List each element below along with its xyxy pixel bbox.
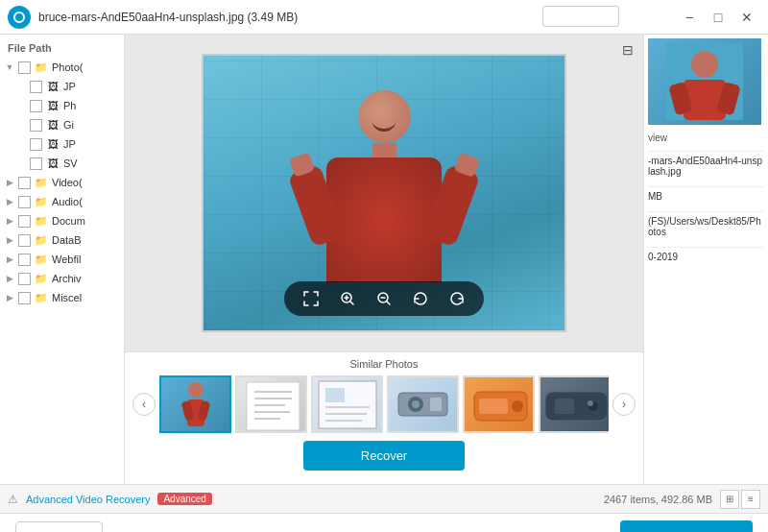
audio-checkbox[interactable]	[18, 196, 31, 208]
thumb-drive	[396, 385, 449, 423]
web-checkbox[interactable]	[18, 254, 31, 266]
sidebar-item-data[interactable]: ▶ 📁 DataB	[0, 230, 124, 250]
divider-2	[648, 186, 764, 187]
misc-folder-icon: 📁	[34, 290, 49, 305]
archive-label: Archiv	[52, 273, 82, 284]
data-label: DataB	[52, 234, 82, 246]
chevron-right-icon-2: ▶	[4, 196, 15, 207]
advanced-video-recovery-link[interactable]: Advanced Video Recovery	[26, 494, 150, 505]
right-date-value: 0-2019	[648, 252, 764, 262]
zoom-in-button[interactable]	[336, 287, 359, 310]
grid-view-button[interactable]: ⊞	[720, 490, 739, 509]
chevron-right-icon-4: ▶	[4, 234, 15, 246]
jp2-checkbox[interactable]	[30, 138, 42, 151]
thumb-bg-1	[161, 377, 229, 431]
similar-photos-row: ‹	[132, 375, 636, 433]
sidebar-item-jp1[interactable]: 🖼 JP	[12, 77, 124, 96]
spacer	[15, 138, 27, 150]
right-size-section: MB	[648, 191, 764, 202]
svg-rect-6	[247, 382, 300, 430]
maximize-button[interactable]: □	[705, 4, 732, 31]
ph-checkbox[interactable]	[30, 100, 42, 112]
app-logo	[8, 6, 31, 29]
status-icon: ⚠	[8, 493, 18, 506]
person-smile	[372, 120, 396, 132]
spacer	[15, 119, 27, 131]
data-checkbox[interactable]	[18, 234, 31, 247]
zoom-out-button[interactable]	[372, 287, 396, 310]
docs-folder-icon: 📁	[34, 213, 49, 229]
misc-label: Miscel	[52, 292, 82, 303]
divider-4	[648, 247, 764, 248]
sidebar-item-photos[interactable]: ▼ 📁 Photo(	[0, 58, 124, 77]
person-head	[358, 90, 411, 143]
recover-center-button[interactable]: Recover	[303, 441, 465, 471]
thumb-bg-4	[389, 377, 457, 431]
sidebar-item-docs[interactable]: ▶ 📁 Docum	[0, 211, 124, 230]
right-main-thumbnail	[648, 38, 761, 125]
spacer	[15, 100, 27, 111]
sidebar-item-ph[interactable]: 🖼 Ph	[12, 96, 124, 115]
similar-photos-title: Similar Photos	[132, 358, 636, 370]
similar-thumb-3[interactable]	[311, 375, 383, 433]
video-folder-icon: 📁	[34, 175, 49, 190]
search-input[interactable]	[542, 6, 619, 27]
image-icon-4: 🖼	[45, 136, 60, 152]
svg-rect-22	[479, 399, 508, 414]
docs-label: Docum	[52, 215, 85, 227]
audio-folder-icon: 📁	[34, 194, 49, 209]
list-view-button[interactable]: ≡	[741, 490, 760, 509]
thumb-bg-3	[313, 377, 381, 431]
rotate-left-button[interactable]	[409, 287, 432, 310]
recover-button[interactable]: Recover	[620, 520, 753, 532]
thumb-doc2	[314, 378, 381, 431]
docs-checkbox[interactable]	[18, 215, 31, 228]
sidebar-item-archive[interactable]: ▶ 📁 Archiv	[0, 269, 124, 288]
similar-photos-section: Similar Photos ‹	[125, 351, 643, 484]
fit-button[interactable]	[300, 287, 323, 310]
ph-label: Ph	[63, 100, 76, 111]
gi-checkbox[interactable]	[30, 119, 42, 132]
sidebar-item-audio[interactable]: ▶ 📁 Audio(	[0, 192, 124, 211]
sv-label: SV	[63, 157, 78, 169]
sidebar-item-gi[interactable]: 🖼 Gi	[12, 115, 124, 134]
sidebar-item-jp2[interactable]: 🖼 JP	[12, 134, 124, 154]
spacer	[15, 157, 27, 169]
rotate-right-button[interactable]	[445, 287, 468, 310]
archive-checkbox[interactable]	[18, 273, 31, 285]
window-controls: − □ ✕	[676, 4, 760, 31]
gi-label: Gi	[63, 119, 74, 131]
minimize-button[interactable]: −	[676, 4, 703, 31]
svg-point-29	[691, 51, 718, 78]
jp2-label: JP	[63, 138, 76, 150]
svg-rect-13	[325, 388, 345, 402]
similar-prev-button[interactable]: ‹	[132, 393, 156, 416]
photos-checkbox[interactable]	[18, 61, 31, 74]
misc-checkbox[interactable]	[18, 292, 31, 304]
photos-label: Photo(	[52, 61, 83, 73]
sidebar-item-sv[interactable]: 🖼 SV	[12, 154, 124, 173]
filter-icon[interactable]: ⊟	[622, 42, 634, 58]
data-folder-icon: 📁	[34, 232, 49, 248]
jp1-checkbox[interactable]	[30, 81, 42, 93]
right-panel: ⊟ view -mars-AndE50aaHn4-unsplash.jpg MB…	[643, 35, 768, 484]
close-button[interactable]: ✕	[733, 4, 760, 31]
similar-thumb-2[interactable]	[235, 375, 307, 433]
sv-checkbox[interactable]	[30, 157, 42, 170]
similar-thumb-5[interactable]	[463, 375, 535, 433]
similar-thumb-1[interactable]	[159, 375, 231, 433]
web-folder-icon: 📁	[34, 252, 49, 267]
audio-label: Audio(	[52, 196, 83, 207]
preview-area	[125, 35, 643, 351]
sidebar-item-misc[interactable]: ▶ 📁 Miscel	[0, 288, 124, 307]
sidebar-item-web[interactable]: ▶ 📁 Webfil	[0, 250, 124, 269]
chevron-right-icon-3: ▶	[4, 215, 15, 227]
sidebar-item-videos[interactable]: ▶ 📁 Video(	[0, 173, 124, 192]
similar-next-button[interactable]: ›	[612, 393, 636, 416]
action-bar: Back Recover	[0, 513, 768, 532]
similar-thumb-6[interactable]	[539, 375, 609, 433]
similar-thumb-4[interactable]	[387, 375, 459, 433]
videos-checkbox[interactable]	[18, 177, 31, 189]
svg-rect-24	[545, 392, 608, 421]
back-button[interactable]: Back	[15, 521, 103, 532]
